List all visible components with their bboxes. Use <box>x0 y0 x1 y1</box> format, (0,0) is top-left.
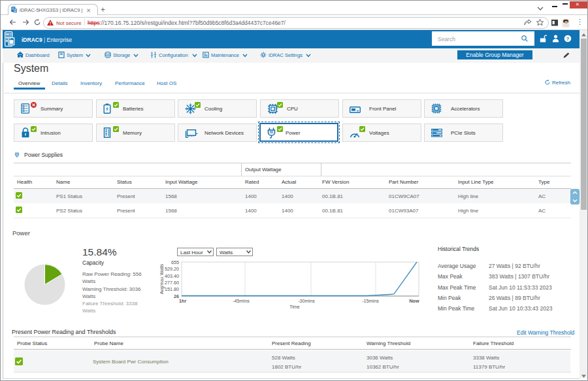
svg-text:26: 26 <box>174 293 179 299</box>
svg-text:-30mins: -30mins <box>298 298 315 304</box>
svg-text:Time: Time <box>289 304 300 309</box>
svg-text:403.40: 403.40 <box>165 273 179 279</box>
svg-text:?: ? <box>566 36 570 42</box>
svg-text:277.60: 277.60 <box>165 280 179 286</box>
svg-text:Avg/max Watts: Avg/max Watts <box>159 263 165 294</box>
svg-text:529.20: 529.20 <box>165 266 179 272</box>
svg-text:1hr: 1hr <box>179 298 186 304</box>
svg-text:-15mins: -15mins <box>362 298 379 304</box>
svg-text:151.80: 151.80 <box>165 286 179 292</box>
svg-text:-45mins: -45mins <box>233 298 250 304</box>
svg-text:655: 655 <box>171 259 179 265</box>
svg-text:Now: Now <box>409 298 419 304</box>
